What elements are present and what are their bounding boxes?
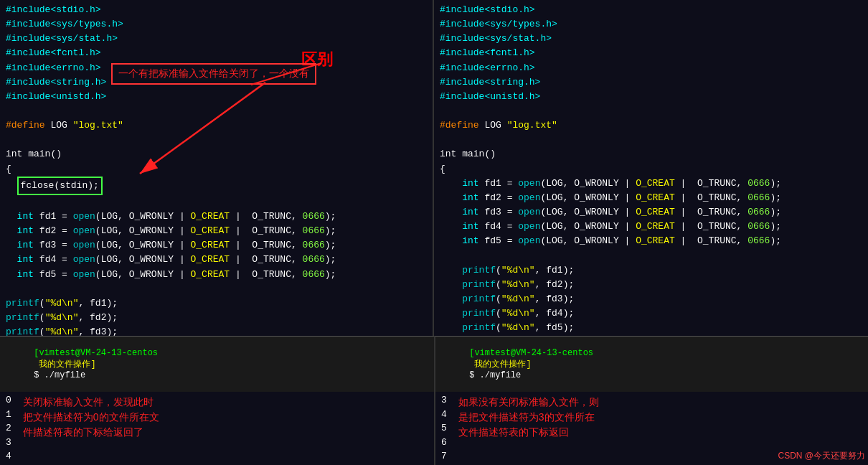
right-include-5: #include<errno.h> (440, 61, 862, 75)
bottom-section: [vimtest@VM-24-13-centos 我的文件操作] $ ./myf… (0, 336, 868, 465)
bottom-right: [vimtest@VM-24-13-centos 我的文件操作] $ ./myf… (434, 336, 868, 465)
left-blank-3 (6, 195, 427, 210)
right-blank-3 (440, 248, 862, 263)
left-blank-1 (6, 104, 427, 118)
right-printf5: printf("%d\n", fd5); (440, 321, 862, 335)
left-brace-open: { (6, 162, 427, 177)
left-term-path: 我的文件操作] (34, 360, 95, 370)
annotation-box: 一个有把标准输入文件给关闭了，一个没有 (111, 63, 316, 85)
left-fd1: int fd1 = open(LOG, O_WRONLY | O_CREAT |… (6, 210, 427, 224)
watermark: CSDN @今天还要努力 (778, 450, 865, 462)
right-blank-2 (440, 133, 862, 147)
right-fd2: int fd2 = open(LOG, O_WRONLY | O_CREAT |… (440, 191, 862, 205)
left-printf2: printf("%d\n", fd2); (6, 311, 427, 325)
left-output-nums: 0123456 (0, 392, 17, 465)
left-fd4: int fd4 = open(LOG, O_WRONLY | O_CREAT |… (6, 253, 427, 267)
right-printf2: printf("%d\n", fd2); (440, 278, 862, 292)
left-term-user: [vimtest@VM-24-13-centos (34, 348, 158, 358)
left-include-1: #include<stdio.h> (6, 3, 427, 17)
right-fd3: int fd3 = open(LOG, O_WRONLY | O_CREAT |… (440, 205, 862, 220)
left-include-7: #include<unistd.h> (6, 90, 427, 104)
right-fd1: int fd1 = open(LOG, O_WRONLY | O_CREAT |… (440, 177, 862, 191)
right-terminal-prompt: [vimtest@VM-24-13-centos 我的文件操作] $ ./myf… (435, 337, 868, 392)
right-printf4: printf("%d\n", fd4); (440, 306, 862, 321)
left-fd3: int fd3 = open(LOG, O_WRONLY | O_CREAT |… (6, 238, 427, 253)
right-term-path: 我的文件操作] (469, 360, 531, 370)
left-term-cmd: $ ./myfile (34, 370, 85, 380)
right-include-4: #include<fcntl.h> (440, 46, 862, 60)
left-define: #define LOG "log.txt" (6, 118, 427, 133)
right-fd5: int fd5 = open(LOG, O_WRONLY | O_CREAT |… (440, 234, 862, 248)
right-brace-open: { (440, 162, 862, 177)
right-output-nums: 34567 (435, 392, 453, 465)
right-term-cmd: $ ./myfile (469, 370, 521, 380)
right-main: int main() (440, 147, 862, 161)
bottom-left: [vimtest@VM-24-13-centos 我的文件操作] $ ./myf… (0, 336, 434, 465)
left-fd5: int fd5 = open(LOG, O_WRONLY | O_CREAT |… (6, 268, 427, 282)
left-blank-4 (6, 282, 427, 296)
right-printf3: printf("%d\n", fd3); (440, 292, 862, 306)
right-fd4: int fd4 = open(LOG, O_WRONLY | O_CREAT |… (440, 220, 862, 234)
left-include-2: #include<sys/types.h> (6, 17, 427, 32)
right-include-7: #include<unistd.h> (440, 90, 862, 104)
left-printf1: printf("%d\n", fd1); (6, 296, 427, 311)
right-blank-1 (440, 104, 862, 118)
right-term-user: [vimtest@VM-24-13-centos (469, 348, 593, 358)
left-bottom-content: 0123456 关闭标准输入文件，发现此时 把文件描述符为0的文件所在文 件描述… (0, 392, 434, 465)
left-fd2: int fd2 = open(LOG, O_WRONLY | O_CREAT |… (6, 224, 427, 238)
right-include-2: #include<sys/types.h> (440, 17, 862, 32)
left-blank-2 (6, 133, 427, 147)
left-terminal-prompt: [vimtest@VM-24-13-centos 我的文件操作] $ ./myf… (0, 337, 434, 392)
right-include-3: #include<sys/stat.h> (440, 32, 862, 46)
right-include-6: #include<string.h> (440, 75, 862, 90)
right-define: #define LOG "log.txt" (440, 118, 862, 133)
left-main: int main() (6, 147, 427, 161)
right-printf1: printf("%d\n", fd1); (440, 263, 862, 278)
right-code-area: #include<stdio.h> #include<sys/types.h> … (434, 0, 868, 382)
left-fclose: fclose(stdin); (6, 177, 427, 195)
left-include-3: #include<sys/stat.h> (6, 32, 427, 46)
left-annotation: 关闭标准输入文件，发现此时 把文件描述符为0的文件所在文 件描述符表的下标给返回… (17, 392, 165, 465)
right-include-1: #include<stdio.h> (440, 3, 862, 17)
right-annotation: 如果没有关闭标准输入文件，则 是把文件描述符为3的文件所在 文件描述符表的下标返… (453, 392, 605, 465)
left-include-4: #include<fcntl.h> (6, 46, 427, 60)
